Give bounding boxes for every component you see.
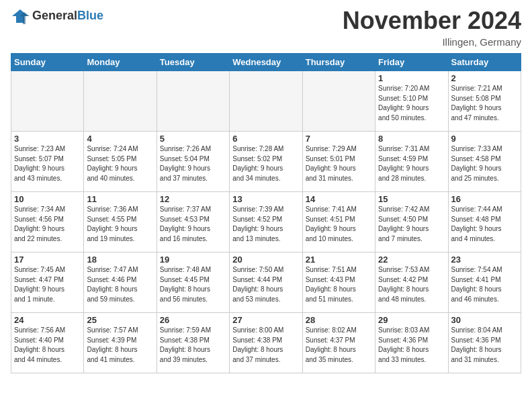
calendar-cell: 14Sunrise: 7:41 AM Sunset: 4:51 PM Dayli…: [302, 192, 375, 253]
calendar-cell: 21Sunrise: 7:51 AM Sunset: 4:43 PM Dayli…: [302, 253, 375, 313]
calendar-cell: 3Sunrise: 7:23 AM Sunset: 5:07 PM Daylig…: [11, 132, 84, 192]
calendar-cell: 27Sunrise: 8:00 AM Sunset: 4:38 PM Dayli…: [230, 313, 302, 373]
day-number: 18: [87, 255, 153, 265]
day-number: 1: [378, 73, 445, 83]
day-number: 26: [160, 315, 226, 325]
day-info: Sunrise: 7:39 AM Sunset: 4:52 PM Dayligh…: [232, 205, 299, 244]
day-number: 6: [232, 134, 299, 144]
day-info: Sunrise: 8:03 AM Sunset: 4:36 PM Dayligh…: [378, 326, 445, 365]
day-number: 13: [232, 194, 299, 204]
calendar-cell: 12Sunrise: 7:37 AM Sunset: 4:53 PM Dayli…: [157, 192, 229, 253]
calendar-cell: 7Sunrise: 7:29 AM Sunset: 5:01 PM Daylig…: [302, 132, 375, 192]
calendar-cell: 30Sunrise: 8:04 AM Sunset: 4:36 PM Dayli…: [448, 313, 521, 373]
day-info: Sunrise: 7:29 AM Sunset: 5:01 PM Dayligh…: [306, 144, 372, 183]
day-info: Sunrise: 8:00 AM Sunset: 4:38 PM Dayligh…: [232, 326, 299, 365]
day-number: 11: [87, 194, 153, 204]
day-info: Sunrise: 7:50 AM Sunset: 4:44 PM Dayligh…: [232, 265, 299, 304]
calendar-cell: [11, 71, 84, 132]
day-number: 23: [451, 255, 518, 265]
calendar-cell: 17Sunrise: 7:45 AM Sunset: 4:47 PM Dayli…: [11, 253, 84, 313]
day-info: Sunrise: 7:57 AM Sunset: 4:39 PM Dayligh…: [87, 326, 153, 365]
calendar-cell: 1Sunrise: 7:20 AM Sunset: 5:10 PM Daylig…: [375, 71, 448, 132]
day-number: 28: [306, 315, 372, 325]
day-info: Sunrise: 7:45 AM Sunset: 4:47 PM Dayligh…: [14, 265, 81, 304]
day-info: Sunrise: 7:51 AM Sunset: 4:43 PM Dayligh…: [306, 265, 372, 304]
day-info: Sunrise: 7:41 AM Sunset: 4:51 PM Dayligh…: [306, 205, 372, 244]
calendar-cell: [302, 71, 375, 132]
logo-icon: [11, 7, 30, 26]
calendar-cell: 28Sunrise: 8:02 AM Sunset: 4:37 PM Dayli…: [302, 313, 375, 373]
day-number: 20: [232, 255, 299, 265]
day-number: 29: [378, 315, 445, 325]
page: GeneralBlue November 2024 Illingen, Germ…: [0, 0, 532, 384]
calendar-cell: 6Sunrise: 7:28 AM Sunset: 5:02 PM Daylig…: [230, 132, 302, 192]
day-number: 16: [451, 194, 518, 204]
day-number: 25: [87, 315, 153, 325]
day-number: 17: [14, 255, 81, 265]
day-number: 22: [378, 255, 445, 265]
day-info: Sunrise: 7:36 AM Sunset: 4:55 PM Dayligh…: [87, 205, 153, 244]
day-number: 2: [451, 73, 518, 83]
day-number: 10: [14, 194, 81, 204]
day-info: Sunrise: 7:37 AM Sunset: 4:53 PM Dayligh…: [160, 205, 226, 244]
day-info: Sunrise: 7:26 AM Sunset: 5:04 PM Dayligh…: [160, 144, 226, 183]
day-number: 30: [451, 315, 518, 325]
logo: GeneralBlue: [11, 7, 103, 26]
calendar-table: SundayMondayTuesdayWednesdayThursdayFrid…: [11, 53, 521, 373]
day-number: 5: [160, 134, 226, 144]
col-header-sunday: Sunday: [11, 54, 84, 71]
header: GeneralBlue November 2024 Illingen, Germ…: [11, 7, 521, 48]
day-number: 21: [306, 255, 372, 265]
calendar-cell: 26Sunrise: 7:59 AM Sunset: 4:38 PM Dayli…: [157, 313, 229, 373]
day-number: 9: [451, 134, 518, 144]
day-info: Sunrise: 7:56 AM Sunset: 4:40 PM Dayligh…: [14, 326, 81, 365]
day-info: Sunrise: 8:02 AM Sunset: 4:37 PM Dayligh…: [306, 326, 372, 365]
day-info: Sunrise: 7:23 AM Sunset: 5:07 PM Dayligh…: [14, 144, 81, 183]
calendar-cell: 9Sunrise: 7:33 AM Sunset: 4:58 PM Daylig…: [448, 132, 521, 192]
col-header-friday: Friday: [375, 54, 448, 71]
calendar-cell: 19Sunrise: 7:48 AM Sunset: 4:45 PM Dayli…: [157, 253, 229, 313]
day-number: 12: [160, 194, 226, 204]
calendar-cell: 8Sunrise: 7:31 AM Sunset: 4:59 PM Daylig…: [375, 132, 448, 192]
day-number: 8: [378, 134, 445, 144]
calendar-cell: 15Sunrise: 7:42 AM Sunset: 4:50 PM Dayli…: [375, 192, 448, 253]
logo-general: General: [32, 9, 77, 22]
day-info: Sunrise: 7:59 AM Sunset: 4:38 PM Dayligh…: [160, 326, 226, 365]
day-number: 3: [14, 134, 81, 144]
col-header-saturday: Saturday: [448, 54, 521, 71]
day-info: Sunrise: 7:53 AM Sunset: 4:42 PM Dayligh…: [378, 265, 445, 304]
calendar-cell: 13Sunrise: 7:39 AM Sunset: 4:52 PM Dayli…: [230, 192, 302, 253]
calendar-cell: 29Sunrise: 8:03 AM Sunset: 4:36 PM Dayli…: [375, 313, 448, 373]
col-header-monday: Monday: [84, 54, 157, 71]
day-info: Sunrise: 7:24 AM Sunset: 5:05 PM Dayligh…: [87, 144, 153, 183]
day-info: Sunrise: 7:42 AM Sunset: 4:50 PM Dayligh…: [378, 205, 445, 244]
logo-text: GeneralBlue: [32, 9, 103, 23]
day-info: Sunrise: 7:28 AM Sunset: 5:02 PM Dayligh…: [232, 144, 299, 183]
calendar-cell: 24Sunrise: 7:56 AM Sunset: 4:40 PM Dayli…: [11, 313, 84, 373]
day-info: Sunrise: 7:44 AM Sunset: 4:48 PM Dayligh…: [451, 205, 518, 244]
calendar-cell: 4Sunrise: 7:24 AM Sunset: 5:05 PM Daylig…: [84, 132, 157, 192]
calendar-cell: 2Sunrise: 7:21 AM Sunset: 5:08 PM Daylig…: [448, 71, 521, 132]
day-info: Sunrise: 7:21 AM Sunset: 5:08 PM Dayligh…: [451, 84, 518, 123]
calendar-cell: 22Sunrise: 7:53 AM Sunset: 4:42 PM Dayli…: [375, 253, 448, 313]
col-header-tuesday: Tuesday: [157, 54, 229, 71]
day-info: Sunrise: 7:31 AM Sunset: 4:59 PM Dayligh…: [378, 144, 445, 183]
day-number: 4: [87, 134, 153, 144]
day-info: Sunrise: 8:04 AM Sunset: 4:36 PM Dayligh…: [451, 326, 518, 365]
col-header-wednesday: Wednesday: [230, 54, 302, 71]
day-info: Sunrise: 7:34 AM Sunset: 4:56 PM Dayligh…: [14, 205, 81, 244]
calendar-cell: 25Sunrise: 7:57 AM Sunset: 4:39 PM Dayli…: [84, 313, 157, 373]
location: Illingen, Germany: [343, 36, 521, 48]
calendar-cell: [84, 71, 157, 132]
calendar-cell: 16Sunrise: 7:44 AM Sunset: 4:48 PM Dayli…: [448, 192, 521, 253]
col-header-thursday: Thursday: [302, 54, 375, 71]
day-info: Sunrise: 7:33 AM Sunset: 4:58 PM Dayligh…: [451, 144, 518, 183]
day-number: 14: [306, 194, 372, 204]
title-block: November 2024 Illingen, Germany: [343, 7, 521, 48]
logo-blue: Blue: [77, 9, 103, 22]
calendar-cell: 11Sunrise: 7:36 AM Sunset: 4:55 PM Dayli…: [84, 192, 157, 253]
month-title: November 2024: [343, 7, 521, 35]
day-info: Sunrise: 7:20 AM Sunset: 5:10 PM Dayligh…: [378, 84, 445, 123]
calendar-cell: 10Sunrise: 7:34 AM Sunset: 4:56 PM Dayli…: [11, 192, 84, 253]
day-number: 7: [306, 134, 372, 144]
